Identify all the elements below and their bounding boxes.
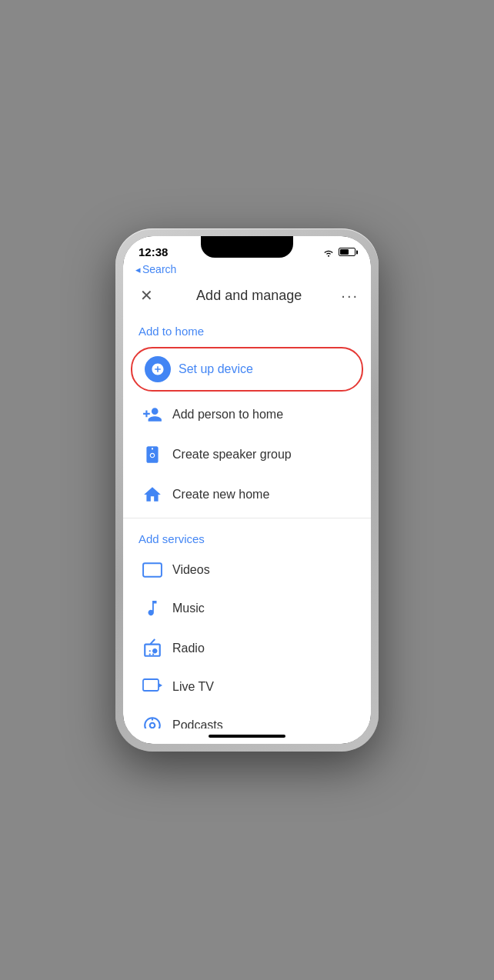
svg-rect-1 — [143, 679, 159, 691]
create-speaker-group-label: Create speaker group — [172, 448, 292, 462]
notch — [201, 236, 293, 258]
live-tv-item[interactable]: Live TV — [123, 668, 371, 705]
page-title: Add and manage — [196, 288, 302, 304]
close-button[interactable]: ✕ — [135, 285, 157, 306]
radio-label: Radio — [172, 642, 205, 655]
phone-frame: 12:38 ◂ Search — [115, 228, 379, 752]
podcasts-label: Podcasts — [172, 718, 223, 728]
svg-rect-0 — [143, 563, 162, 576]
create-speaker-group-item[interactable]: Create speaker group — [123, 435, 371, 475]
music-item[interactable]: Music — [123, 588, 371, 628]
podcasts-item[interactable]: Podcasts — [123, 705, 371, 728]
section-divider-1 — [123, 518, 371, 518]
videos-label: Videos — [172, 563, 210, 577]
back-nav[interactable]: ◂ Search — [123, 262, 371, 278]
radio-icon — [139, 638, 166, 658]
radio-item[interactable]: Radio — [123, 628, 371, 668]
wifi-icon — [322, 248, 335, 257]
phone-inner: 12:38 ◂ Search — [123, 236, 371, 744]
add-person-item[interactable]: Add person to home — [123, 395, 371, 435]
add-to-home-section-header: Add to home — [123, 314, 371, 344]
music-icon — [139, 598, 166, 618]
setup-device-label: Set up device — [179, 362, 253, 376]
create-new-home-label: Create new home — [172, 488, 269, 502]
setup-device-item[interactable]: Set up device — [131, 347, 363, 392]
videos-item[interactable]: Videos — [123, 552, 371, 588]
speaker-group-icon — [139, 445, 166, 465]
header: ✕ Add and manage ··· — [123, 278, 371, 314]
videos-icon — [139, 562, 166, 578]
screen: 12:38 ◂ Search — [123, 236, 371, 744]
battery-icon — [339, 248, 355, 256]
home-indicator — [123, 728, 371, 744]
svg-marker-2 — [159, 683, 162, 688]
add-services-section-header: Add services — [123, 522, 371, 552]
live-tv-label: Live TV — [172, 680, 214, 694]
add-person-label: Add person to home — [172, 408, 283, 422]
live-tv-icon — [139, 678, 166, 695]
back-arrow-icon: ◂ — [135, 264, 141, 275]
status-icons — [322, 248, 355, 257]
add-person-icon — [139, 405, 166, 425]
music-label: Music — [172, 602, 205, 615]
create-new-home-item[interactable]: Create new home — [123, 475, 371, 515]
podcasts-icon — [139, 715, 166, 728]
back-label: Search — [142, 263, 176, 275]
create-home-icon — [139, 485, 166, 505]
home-bar — [209, 735, 285, 738]
status-time: 12:38 — [139, 245, 168, 258]
more-options-button[interactable]: ··· — [341, 287, 359, 305]
content-area: Add to home Set up device — [123, 314, 371, 728]
setup-device-icon — [145, 356, 171, 382]
